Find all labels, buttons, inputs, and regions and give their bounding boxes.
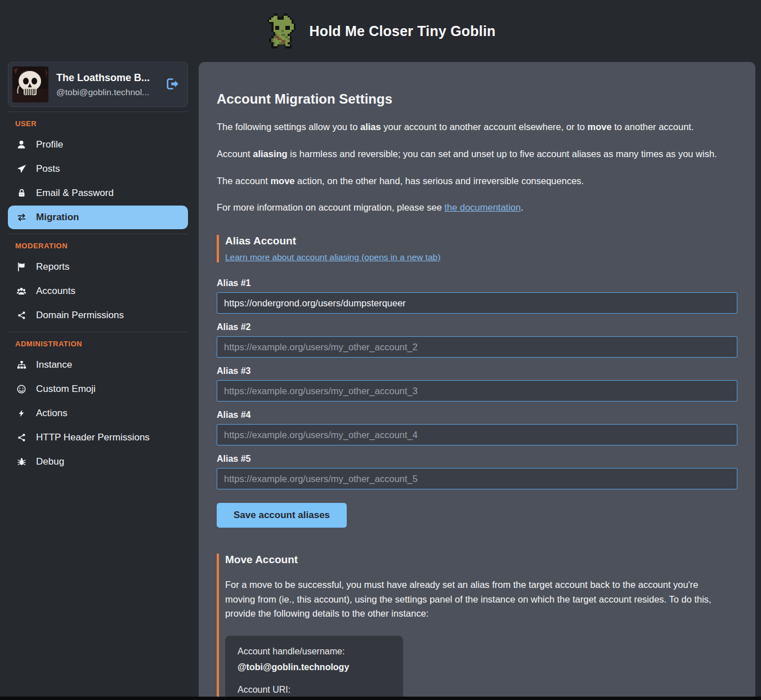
goblin-logo-icon — [265, 10, 298, 52]
account-details-box: Account handle/username: @tobi@goblin.te… — [225, 636, 403, 697]
sidebar-item-http-header-permissions[interactable]: HTTP Header Permissions — [8, 426, 188, 449]
sidebar-item-label: Migration — [36, 212, 79, 223]
sidebar: The Loathsome B... @tobi@goblin.technol.… — [8, 62, 188, 474]
paper-plane-icon — [15, 164, 28, 174]
move-account-description: For a move to be successful, you must ha… — [225, 578, 720, 621]
sidebar-item-label: Email & Password — [36, 188, 114, 199]
alias-form: Alias #1 Alias #2 Alias #3 Alias #4 Alia… — [217, 278, 737, 528]
user-card: The Loathsome B... @tobi@goblin.technol.… — [8, 62, 188, 107]
page: Hold Me Closer Tiny Goblin — [0, 0, 761, 697]
bug-icon — [15, 457, 28, 467]
section-label: ADMINISTRATION — [8, 340, 188, 348]
instance-header: Hold Me Closer Tiny Goblin — [0, 0, 761, 62]
sitemap-icon — [15, 360, 28, 370]
sidebar-item-label: Domain Permissions — [36, 310, 124, 321]
intro-paragraph: The account move action, on the other ha… — [217, 174, 737, 188]
intro-paragraph: For more information on account migratio… — [217, 200, 737, 215]
sidebar-item-label: Accounts — [36, 286, 75, 297]
alias-1-input[interactable] — [217, 292, 737, 314]
sidebar-item-instance[interactable]: Instance — [8, 353, 188, 377]
alias-1-label: Alias #1 — [217, 278, 737, 288]
alias-account-section-header: Alias Account Learn more about account a… — [217, 235, 737, 262]
instance-title: Hold Me Closer Tiny Goblin — [309, 23, 495, 39]
sidebar-item-label: Instance — [36, 359, 72, 371]
save-aliases-button[interactable]: Save account aliases — [217, 503, 347, 528]
sign-out-button[interactable] — [165, 77, 180, 93]
intro-paragraph: Account aliasing is harmless and reversi… — [217, 147, 737, 161]
sidebar-section-moderation: MODERATION Reports Accounts Domain Permi… — [8, 234, 188, 327]
account-handle-value: @tobi@goblin.technology — [238, 662, 391, 672]
section-label: USER — [8, 119, 188, 128]
sidebar-section-user: USER Profile Posts Email & Password — [8, 112, 188, 229]
sidebar-item-label: HTTP Header Permissions — [36, 432, 150, 443]
sidebar-item-actions[interactable]: Actions — [8, 402, 188, 425]
alias-2-label: Alias #2 — [217, 322, 737, 332]
alias-account-heading: Alias Account — [225, 235, 737, 247]
alias-3-input[interactable] — [217, 380, 737, 402]
alias-4-input[interactable] — [217, 424, 737, 445]
share-nodes-icon — [15, 310, 28, 320]
sidebar-section-administration: ADMINISTRATION Instance Custom Emoji Act… — [8, 332, 188, 474]
alias-5-label: Alias #5 — [217, 454, 737, 464]
migration-arrows-icon — [15, 212, 28, 222]
sign-out-icon — [165, 77, 180, 93]
share-nodes-icon — [15, 433, 28, 443]
sidebar-item-label: Debug — [36, 456, 64, 467]
alias-2-input[interactable] — [217, 336, 737, 358]
sidebar-item-label: Custom Emoji — [36, 384, 96, 395]
main-panel: Account Migration Settings The following… — [199, 62, 755, 697]
move-account-heading: Move Account — [225, 554, 737, 566]
account-handle-label: Account handle/username: — [238, 647, 391, 657]
documentation-link[interactable]: the documentation — [444, 202, 521, 212]
sidebar-item-label: Reports — [36, 261, 70, 273]
avatar — [12, 66, 48, 102]
section-label: MODERATION — [8, 242, 188, 250]
page-title: Account Migration Settings — [217, 91, 737, 107]
alias-3-label: Alias #3 — [217, 366, 737, 376]
sidebar-item-migration[interactable]: Migration — [8, 206, 188, 229]
sidebar-item-domain-permissions[interactable]: Domain Permissions — [8, 304, 188, 327]
sidebar-item-debug[interactable]: Debug — [8, 450, 188, 474]
sidebar-item-label: Actions — [36, 408, 68, 419]
users-icon — [15, 286, 28, 296]
sidebar-item-label: Profile — [36, 139, 63, 150]
sidebar-item-label: Posts — [36, 163, 60, 175]
bolt-icon — [15, 408, 28, 418]
alias-4-label: Alias #4 — [217, 410, 737, 420]
user-handle: @tobi@goblin.technol... — [56, 87, 150, 97]
sidebar-item-custom-emoji[interactable]: Custom Emoji — [8, 377, 188, 401]
sidebar-item-profile[interactable]: Profile — [8, 133, 188, 157]
sidebar-item-accounts[interactable]: Accounts — [8, 279, 188, 303]
sidebar-item-email-password[interactable]: Email & Password — [8, 181, 188, 205]
move-account-section: Move Account For a move to be successful… — [217, 554, 737, 697]
user-meta: The Loathsome B... @tobi@goblin.technol.… — [56, 72, 150, 97]
user-name: The Loathsome B... — [56, 72, 150, 84]
alias-5-input[interactable] — [217, 468, 737, 489]
smiley-icon — [15, 384, 28, 394]
lock-icon — [15, 188, 28, 198]
user-icon — [15, 140, 28, 150]
sidebar-item-reports[interactable]: Reports — [8, 255, 188, 279]
intro-paragraph: The following settings allow you to alia… — [217, 120, 737, 134]
sidebar-item-posts[interactable]: Posts — [8, 157, 188, 181]
account-uri-label: Account URI: — [238, 685, 391, 695]
alias-learn-more-link[interactable]: Learn more about account aliasing (opens… — [225, 252, 441, 262]
flag-icon — [15, 262, 28, 272]
